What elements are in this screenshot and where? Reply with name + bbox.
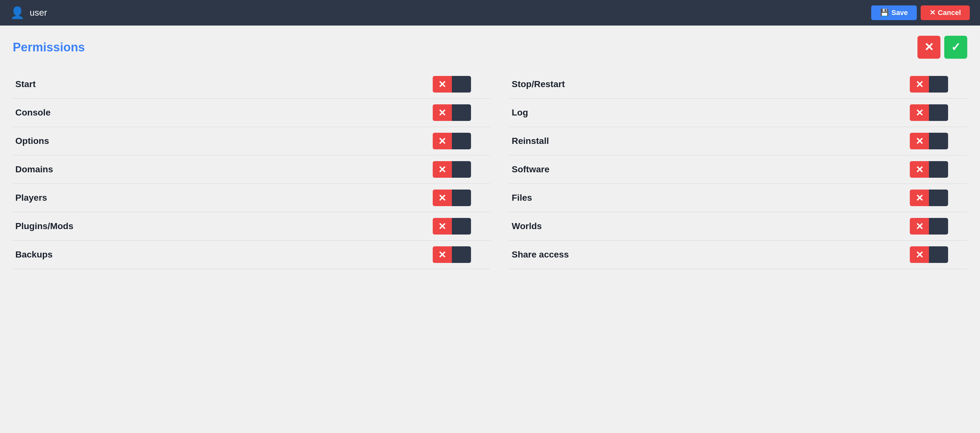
permission-label-share: Share access	[509, 250, 910, 260]
permission-label-stoprestart: Stop/Restart	[509, 79, 910, 89]
toggle-switch-worlds[interactable]: ✕	[910, 218, 948, 234]
toggle-switch-backups[interactable]: ✕	[433, 246, 471, 263]
toggle-switch-files[interactable]: ✕	[910, 189, 948, 206]
x-icon-backups: ✕	[438, 249, 446, 260]
x-icon-options: ✕	[438, 135, 446, 147]
cancel-icon: ✕	[929, 9, 935, 17]
permission-label-backups: Backups	[13, 250, 433, 260]
toggle-off-backups: ✕	[433, 246, 452, 263]
x-icon-start: ✕	[438, 79, 446, 90]
toggle-log: ✕	[910, 104, 948, 121]
toggle-off-stoprestart: ✕	[910, 76, 929, 92]
toggle-backups: ✕	[433, 246, 471, 263]
save-icon: 💾	[880, 9, 889, 17]
allow-all-button[interactable]: ✓	[944, 36, 967, 59]
permission-label-log: Log	[509, 108, 910, 118]
toggle-dark-stoprestart	[929, 76, 948, 92]
header-left: 👤 user	[10, 6, 47, 19]
permissions-title: Permissions	[13, 41, 85, 54]
permissions-right-column: Stop/Restart ✕ Log ✕	[490, 70, 967, 269]
permission-row-files: Files ✕	[509, 184, 967, 212]
permission-row-plugins: Plugins/Mods ✕	[13, 212, 490, 240]
toggle-console: ✕	[433, 104, 471, 121]
toggle-switch-options[interactable]: ✕	[433, 133, 471, 149]
toggle-off-files: ✕	[910, 189, 929, 206]
permission-row-players: Players ✕	[13, 184, 490, 212]
toggle-dark-start	[452, 76, 471, 92]
toggle-off-worlds: ✕	[910, 218, 929, 234]
toggle-dark-console	[452, 104, 471, 121]
permission-label-reinstall: Reinstall	[509, 136, 910, 146]
permissions-left-column: Start ✕ Console ✕	[13, 70, 490, 269]
toggle-software: ✕	[910, 161, 948, 178]
toggle-dark-software	[929, 161, 948, 178]
toggle-switch-players[interactable]: ✕	[433, 189, 471, 206]
toggle-off-options: ✕	[433, 133, 452, 149]
x-icon-share: ✕	[916, 249, 924, 260]
toggle-switch-domains[interactable]: ✕	[433, 161, 471, 178]
toggle-switch-software[interactable]: ✕	[910, 161, 948, 178]
x-icon-console: ✕	[438, 107, 446, 118]
toggle-off-log: ✕	[910, 104, 929, 121]
toggle-players: ✕	[433, 189, 471, 206]
username-label: user	[30, 8, 47, 18]
permission-label-software: Software	[509, 164, 910, 175]
permission-row-start: Start ✕	[13, 70, 490, 99]
toggle-domains: ✕	[433, 161, 471, 178]
toggle-plugins: ✕	[433, 218, 471, 234]
permission-label-start: Start	[13, 79, 433, 89]
toggle-dark-files	[929, 189, 948, 206]
permission-row-share: Share access ✕	[509, 240, 967, 269]
cancel-button[interactable]: ✕ Cancel	[921, 5, 970, 20]
header-toggle-group: ✕ ✓	[918, 36, 967, 59]
x-icon-reinstall: ✕	[916, 135, 924, 147]
toggle-off-start: ✕	[433, 76, 452, 92]
toggle-reinstall: ✕	[910, 133, 948, 149]
permission-row-domains: Domains ✕	[13, 155, 490, 184]
save-button[interactable]: 💾 Save	[871, 5, 916, 20]
permission-row-console: Console ✕	[13, 99, 490, 127]
permission-label-players: Players	[13, 193, 433, 203]
toggle-off-share: ✕	[910, 246, 929, 263]
x-icon-worlds: ✕	[916, 221, 924, 232]
toggle-off-plugins: ✕	[433, 218, 452, 234]
permissions-header: Permissions ✕ ✓	[13, 36, 967, 59]
toggle-start: ✕	[433, 76, 471, 92]
permission-row-log: Log ✕	[509, 99, 967, 127]
main-content: Permissions ✕ ✓ Start ✕	[0, 25, 980, 433]
permission-row-stoprestart: Stop/Restart ✕	[509, 70, 967, 99]
x-icon-software: ✕	[916, 164, 924, 175]
toggle-dark-backups	[452, 246, 471, 263]
toggle-dark-worlds	[929, 218, 948, 234]
toggle-switch-start[interactable]: ✕	[433, 76, 471, 92]
permission-row-backups: Backups ✕	[13, 240, 490, 269]
permissions-grid: Start ✕ Console ✕	[13, 70, 967, 269]
permission-label-worlds: Worlds	[509, 221, 910, 231]
toggle-dark-players	[452, 189, 471, 206]
toggle-files: ✕	[910, 189, 948, 206]
permission-row-options: Options ✕	[13, 127, 490, 155]
x-icon-domains: ✕	[438, 164, 446, 175]
x-icon-plugins: ✕	[438, 221, 446, 232]
toggle-options: ✕	[433, 133, 471, 149]
toggle-off-domains: ✕	[433, 161, 452, 178]
permission-label-domains: Domains	[13, 164, 433, 175]
toggle-switch-stoprestart[interactable]: ✕	[910, 76, 948, 92]
toggle-switch-share[interactable]: ✕	[910, 246, 948, 263]
user-icon: 👤	[10, 6, 25, 19]
x-icon-stoprestart: ✕	[916, 79, 924, 90]
toggle-switch-reinstall[interactable]: ✕	[910, 133, 948, 149]
toggle-switch-log[interactable]: ✕	[910, 104, 948, 121]
permission-label-options: Options	[13, 136, 433, 146]
toggle-switch-plugins[interactable]: ✕	[433, 218, 471, 234]
header-actions: 💾 Save ✕ Cancel	[871, 5, 970, 20]
toggle-off-software: ✕	[910, 161, 929, 178]
toggle-share: ✕	[910, 246, 948, 263]
toggle-dark-domains	[452, 161, 471, 178]
toggle-switch-console[interactable]: ✕	[433, 104, 471, 121]
x-icon-log: ✕	[916, 107, 924, 118]
deny-all-button[interactable]: ✕	[918, 36, 940, 59]
toggle-dark-options	[452, 133, 471, 149]
permission-row-reinstall: Reinstall ✕	[509, 127, 967, 155]
permission-row-worlds: Worlds ✕	[509, 212, 967, 240]
